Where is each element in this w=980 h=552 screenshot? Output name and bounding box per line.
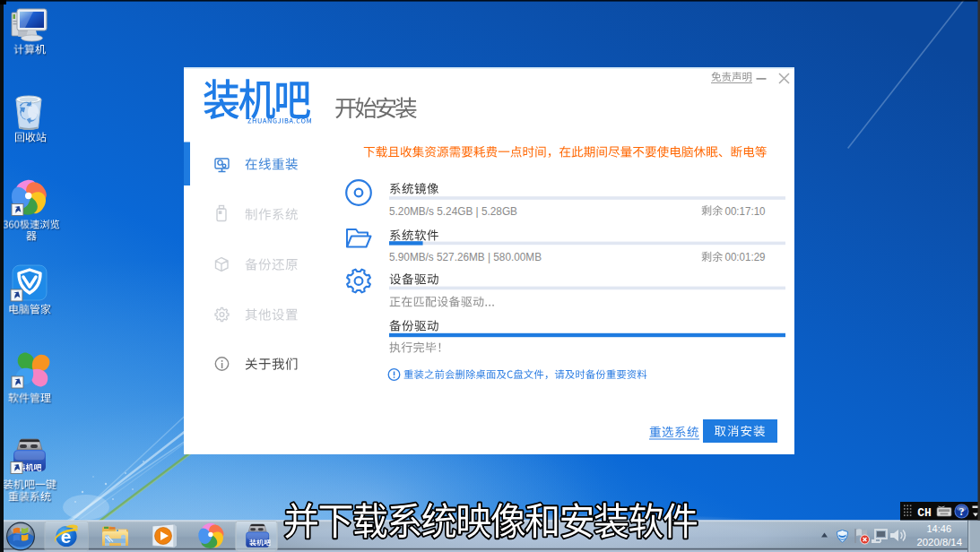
svg-text:00:17:10: 00:17:10 [725,205,766,218]
svg-text:e: e [61,526,72,547]
svg-text:CH: CH [917,506,932,520]
svg-text:00:01:29: 00:01:29 [725,251,766,263]
svg-text:?: ? [959,505,965,518]
svg-text:2020/8/14: 2020/8/14 [917,537,963,548]
svg-text:14:46: 14:46 [927,523,952,534]
svg-text:5.90MB/s 527.26MB | 580.00MB: 5.90MB/s 527.26MB | 580.00MB [389,250,542,263]
svg-text:5.20MB/s 5.24GB | 5.28GB: 5.20MB/s 5.24GB | 5.28GB [389,204,517,218]
